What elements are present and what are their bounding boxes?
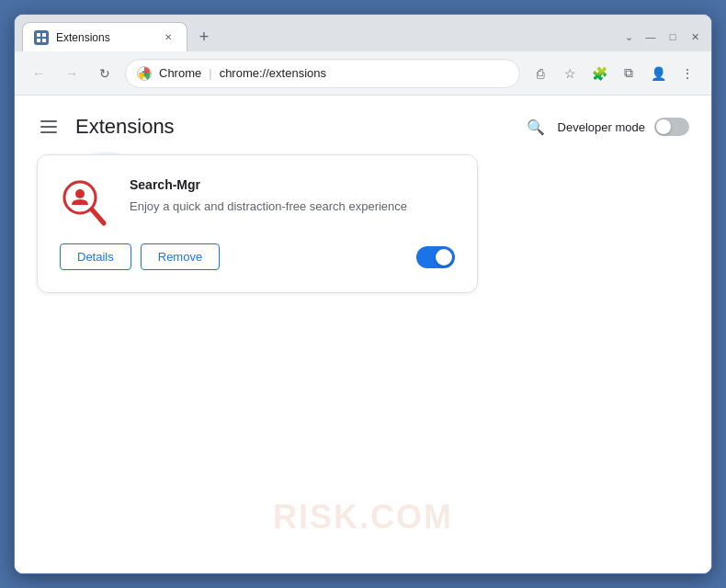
maximize-button[interactable]: □	[664, 28, 682, 46]
address-bar[interactable]: Chrome | chrome://extensions	[125, 59, 520, 88]
hamburger-line-1	[40, 120, 57, 122]
back-button[interactable]: ←	[26, 61, 51, 86]
browser-window: Extensions ✕ + ⌄ — □ ✕ ← → ↻ Chrome	[14, 14, 712, 574]
new-tab-button[interactable]: +	[191, 24, 217, 50]
menu-button[interactable]: ⋮	[675, 61, 700, 86]
svg-rect-3	[42, 39, 46, 42]
extensions-title-group: Extensions	[37, 115, 175, 139]
window-controls: ⌄ — □ ✕	[619, 28, 704, 46]
extension-description: Enjoy a quick and distraction-free searc…	[130, 198, 455, 216]
svg-line-10	[92, 209, 104, 223]
chevron-down-button[interactable]: ⌄	[619, 28, 638, 46]
extension-info: Search-Mgr Enjoy a quick and distraction…	[130, 177, 455, 216]
chrome-brand-label: Chrome	[159, 66, 201, 80]
page-title: Extensions	[75, 115, 175, 139]
extension-name: Search-Mgr	[130, 177, 455, 192]
toolbar: ← → ↻ Chrome | chrome://extensions ⎙ ☆ 🧩…	[15, 51, 711, 96]
extension-icon	[60, 177, 111, 229]
share-button[interactable]: ⎙	[527, 61, 553, 86]
extension-card-footer: Details Remove	[60, 243, 455, 270]
reload-button[interactable]: ↻	[92, 61, 118, 86]
svg-rect-1	[42, 33, 46, 37]
page-content: Extensions 🔍 Developer mode	[15, 96, 711, 573]
menu-hamburger-button[interactable]	[37, 117, 61, 137]
extension-card: Search-Mgr Enjoy a quick and distraction…	[37, 154, 478, 293]
extensions-list: Search-Mgr Enjoy a quick and distraction…	[15, 154, 711, 293]
hamburger-line-2	[40, 126, 57, 128]
tab-strip: Extensions ✕ +	[22, 22, 619, 51]
extensions-button[interactable]: 🧩	[586, 61, 612, 86]
tab-title: Extensions	[56, 31, 153, 44]
toolbar-icons: ⎙ ☆ 🧩 ⧉ 👤 ⋮	[527, 61, 700, 86]
close-button[interactable]: ✕	[686, 28, 704, 46]
svg-point-9	[75, 189, 85, 198]
search-button[interactable]: 🔍	[523, 114, 549, 140]
split-view-button[interactable]: ⧉	[616, 61, 641, 86]
minimize-button[interactable]: —	[641, 28, 660, 46]
developer-mode-group: 🔍 Developer mode	[523, 114, 689, 140]
developer-mode-label: Developer mode	[558, 120, 645, 134]
svg-rect-0	[37, 33, 40, 37]
tab-close-button[interactable]: ✕	[161, 30, 176, 45]
hamburger-line-3	[40, 131, 57, 133]
profile-button[interactable]: 👤	[645, 61, 671, 86]
remove-button[interactable]: Remove	[141, 243, 220, 270]
address-url: chrome://extensions	[220, 66, 326, 80]
tab-favicon	[34, 30, 49, 45]
bookmark-button[interactable]: ☆	[557, 61, 583, 86]
extension-toggle[interactable]	[416, 246, 455, 268]
chrome-icon	[137, 66, 152, 81]
extension-buttons: Details Remove	[60, 243, 220, 270]
details-button[interactable]: Details	[60, 243, 131, 270]
active-tab[interactable]: Extensions ✕	[22, 22, 187, 51]
watermark-text: RISK.COM	[273, 498, 453, 537]
svg-rect-2	[37, 39, 40, 42]
developer-mode-toggle[interactable]	[654, 118, 689, 136]
extension-card-header: Search-Mgr Enjoy a quick and distraction…	[60, 177, 455, 229]
address-separator: |	[209, 66, 211, 80]
forward-button[interactable]: →	[59, 61, 85, 86]
title-bar: Extensions ✕ + ⌄ — □ ✕	[15, 15, 711, 51]
